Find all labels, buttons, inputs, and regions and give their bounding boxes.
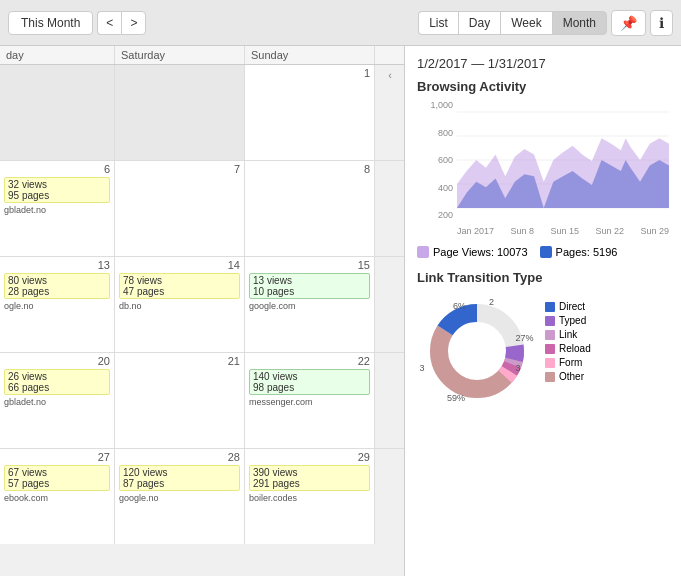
pct-label-3b: 3 [419, 363, 424, 373]
event-block[interactable]: 26 views 66 pages [4, 369, 110, 395]
event-website: db.no [119, 301, 240, 311]
right-panel: 1/2/2017 — 1/31/2017 Browsing Activity 1… [405, 46, 681, 576]
next-button[interactable]: > [121, 11, 146, 35]
event-block[interactable]: 32 views 95 pages [4, 177, 110, 203]
day-cell-20[interactable]: 20 26 views 66 pages gbladet.no [0, 353, 115, 448]
event-views: 78 views [123, 275, 236, 286]
pct-label-3a: 3 [515, 363, 520, 373]
event-block-green[interactable]: 140 views 98 pages [249, 369, 370, 395]
week-button[interactable]: Week [500, 11, 551, 35]
x-label-sun8: Sun 8 [511, 226, 535, 236]
scroll-arrow-cell-5[interactable] [375, 449, 405, 544]
chart-y-axis: 1,000 800 600 400 200 [417, 100, 457, 220]
this-month-button[interactable]: This Month [8, 11, 93, 35]
day-cell-27[interactable]: 27 67 views 57 pages ebook.com [0, 449, 115, 544]
week-row-1: 1 ‹ [0, 65, 404, 161]
toolbar: This Month < > List Day Week Month 📌 ℹ [0, 0, 681, 46]
form-label: Form [559, 357, 582, 368]
chart-legend: Page Views: 10073 Pages: 5196 [417, 246, 669, 258]
day-cell-14[interactable]: 14 78 views 47 pages db.no [115, 257, 245, 352]
event-website: ebook.com [4, 493, 110, 503]
scroll-arrow-cell-4[interactable] [375, 353, 405, 448]
month-button[interactable]: Month [552, 11, 607, 35]
event-block[interactable]: 120 views 87 pages [119, 465, 240, 491]
event-views: 120 views [123, 467, 236, 478]
event-website: gbladet.no [4, 205, 110, 215]
day-cell-29[interactable]: 29 390 views 291 pages boiler.codes [245, 449, 375, 544]
event-block[interactable]: 390 views 291 pages [249, 465, 370, 491]
weeks-container: 1 ‹ 6 32 views 95 pages gbladet.no [0, 65, 404, 544]
pages-swatch [540, 246, 552, 258]
event-views: 13 views [253, 275, 366, 286]
x-label-jan: Jan 2017 [457, 226, 494, 236]
pct-label-2: 2 [489, 297, 494, 307]
scroll-left-icon[interactable]: ‹ [388, 69, 392, 81]
day-button[interactable]: Day [458, 11, 500, 35]
event-pages: 47 pages [123, 286, 236, 297]
day-number: 14 [119, 259, 240, 271]
main-content: day Saturday Sunday 1 ‹ [0, 46, 681, 576]
legend-direct: Direct [545, 301, 591, 312]
event-views: 140 views [253, 371, 366, 382]
y-label-1000: 1,000 [430, 100, 453, 110]
scroll-arrow-cell-3[interactable] [375, 257, 405, 352]
event-pages: 98 pages [253, 382, 366, 393]
browsing-chart: 1,000 800 600 400 200 [417, 100, 669, 240]
event-pages: 28 pages [8, 286, 106, 297]
day-cell-21[interactable]: 21 [115, 353, 245, 448]
day-cell-1[interactable]: 1 [245, 65, 375, 160]
day-number: 22 [249, 355, 370, 367]
list-button[interactable]: List [418, 11, 458, 35]
legend-typed: Typed [545, 315, 591, 326]
day-cell-6[interactable]: 6 32 views 95 pages gbladet.no [0, 161, 115, 256]
day-cell-22[interactable]: 22 140 views 98 pages messenger.com [245, 353, 375, 448]
other-label: Other [559, 371, 584, 382]
form-swatch [545, 358, 555, 368]
pct-label-59: 59% [447, 393, 465, 403]
pin-button[interactable]: 📌 [611, 10, 646, 36]
event-website: ogle.no [4, 301, 110, 311]
info-button[interactable]: ℹ [650, 10, 673, 36]
reload-label: Reload [559, 343, 591, 354]
day-number: 21 [119, 355, 240, 367]
event-website: messenger.com [249, 397, 370, 407]
day-cell-empty-1[interactable] [0, 65, 115, 160]
day-number: 7 [119, 163, 240, 175]
col-header-arrow [375, 46, 405, 64]
event-views: 67 views [8, 467, 106, 478]
other-swatch [545, 372, 555, 382]
col-header-sunday: Sunday [245, 46, 375, 64]
event-block-green[interactable]: 13 views 10 pages [249, 273, 370, 299]
page-views-label: Page Views: 10073 [433, 246, 528, 258]
event-block[interactable]: 67 views 57 pages [4, 465, 110, 491]
event-website: google.com [249, 301, 370, 311]
scroll-arrow-cell-2[interactable] [375, 161, 405, 256]
browsing-activity-title: Browsing Activity [417, 79, 669, 94]
event-block[interactable]: 80 views 28 pages [4, 273, 110, 299]
link-transition-title: Link Transition Type [417, 270, 669, 285]
event-pages: 57 pages [8, 478, 106, 489]
event-website: boiler.codes [249, 493, 370, 503]
y-label-600: 600 [438, 155, 453, 165]
day-cell-28[interactable]: 28 120 views 87 pages google.no [115, 449, 245, 544]
day-number: 1 [249, 67, 370, 79]
calendar-grid: day Saturday Sunday 1 ‹ [0, 46, 404, 530]
day-cell-13[interactable]: 13 80 views 28 pages ogle.no [0, 257, 115, 352]
day-number: 20 [4, 355, 110, 367]
day-number: 6 [4, 163, 110, 175]
prev-button[interactable]: < [97, 11, 121, 35]
x-label-sun29: Sun 29 [640, 226, 669, 236]
donut-chart-container: 6% 2 27% 3 59% 3 [417, 291, 669, 411]
day-cell-8[interactable]: 8 [245, 161, 375, 256]
pct-label-6: 6% [453, 301, 466, 311]
event-pages: 95 pages [8, 190, 106, 201]
legend-link: Link [545, 329, 591, 340]
day-cell-empty-2[interactable] [115, 65, 245, 160]
day-cell-15[interactable]: 15 13 views 10 pages google.com [245, 257, 375, 352]
legend-other: Other [545, 371, 591, 382]
direct-label: Direct [559, 301, 585, 312]
legend-pages: Pages: 5196 [540, 246, 618, 258]
day-cell-7[interactable]: 7 [115, 161, 245, 256]
event-block[interactable]: 78 views 47 pages [119, 273, 240, 299]
scroll-arrow-cell-1[interactable]: ‹ [375, 65, 405, 160]
